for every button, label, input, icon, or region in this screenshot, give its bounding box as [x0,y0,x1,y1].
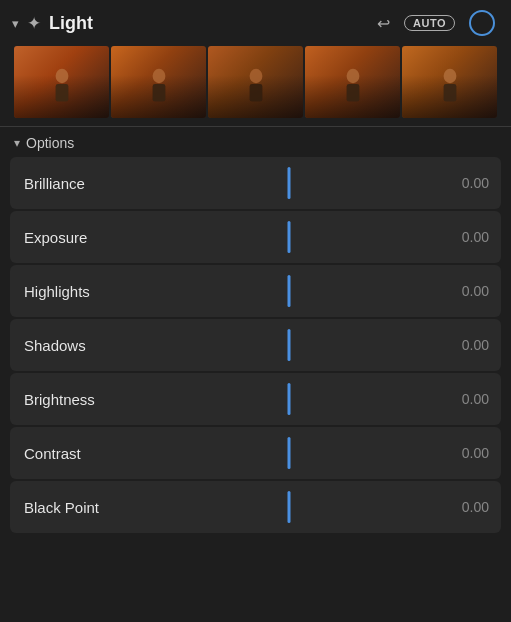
thumbnail-2[interactable] [111,46,206,118]
blackpoint-label: Black Point [24,499,134,516]
svg-point-2 [152,69,165,83]
brilliance-indicator [288,167,291,199]
contrast-row[interactable]: Contrast 0.00 [10,427,501,479]
exposure-label: Exposure [24,229,134,246]
svg-rect-7 [346,84,359,102]
brilliance-label: Brilliance [24,175,134,192]
blackpoint-track[interactable] [134,481,444,533]
brightness-label: Brightness [24,391,134,408]
svg-point-8 [443,69,456,83]
shadows-row[interactable]: Shadows 0.00 [10,319,501,371]
brightness-row[interactable]: Brightness 0.00 [10,373,501,425]
brilliance-row[interactable]: Brilliance 0.00 [10,157,501,209]
svg-point-4 [249,69,262,83]
auto-button[interactable]: AUTO [404,15,455,31]
blackpoint-value: 0.00 [444,499,489,515]
svg-point-0 [55,69,68,83]
options-header: ▾ Options [0,127,511,157]
contrast-value: 0.00 [444,445,489,461]
brightness-indicator [288,383,291,415]
highlights-indicator [288,275,291,307]
shadows-label: Shadows [24,337,134,354]
blackpoint-row[interactable]: Black Point 0.00 [10,481,501,533]
options-label: Options [26,135,74,151]
brightness-value: 0.00 [444,391,489,407]
thumbnail-4[interactable] [305,46,400,118]
contrast-track[interactable] [134,427,444,479]
svg-point-6 [346,69,359,83]
svg-rect-1 [55,84,68,102]
light-panel: ▾ ✦ Light ↩ AUTO [0,0,511,622]
brilliance-value: 0.00 [444,175,489,191]
shadows-track[interactable] [134,319,444,371]
mask-circle-button[interactable] [469,10,495,36]
contrast-indicator [288,437,291,469]
panel-title: Light [49,13,369,34]
contrast-label: Contrast [24,445,134,462]
highlights-value: 0.00 [444,283,489,299]
thumbnail-3[interactable] [208,46,303,118]
panel-header: ▾ ✦ Light ↩ AUTO [0,0,511,44]
svg-rect-3 [152,84,165,102]
thumbnail-strip [0,44,511,126]
exposure-track[interactable] [134,211,444,263]
sliders-section: Brilliance 0.00 Exposure 0.00 Highlights… [0,157,511,533]
exposure-row[interactable]: Exposure 0.00 [10,211,501,263]
exposure-value: 0.00 [444,229,489,245]
sun-icon: ✦ [27,13,41,34]
collapse-chevron[interactable]: ▾ [12,16,19,31]
shadows-value: 0.00 [444,337,489,353]
highlights-label: Highlights [24,283,134,300]
highlights-track[interactable] [134,265,444,317]
brilliance-track[interactable] [134,157,444,209]
blackpoint-indicator [288,491,291,523]
exposure-indicator [288,221,291,253]
undo-icon[interactable]: ↩ [377,14,390,33]
thumbnail-5[interactable] [402,46,497,118]
shadows-indicator [288,329,291,361]
brightness-track[interactable] [134,373,444,425]
svg-rect-9 [443,84,456,102]
svg-rect-5 [249,84,262,102]
thumbnail-1[interactable] [14,46,109,118]
highlights-row[interactable]: Highlights 0.00 [10,265,501,317]
options-chevron[interactable]: ▾ [14,136,20,150]
